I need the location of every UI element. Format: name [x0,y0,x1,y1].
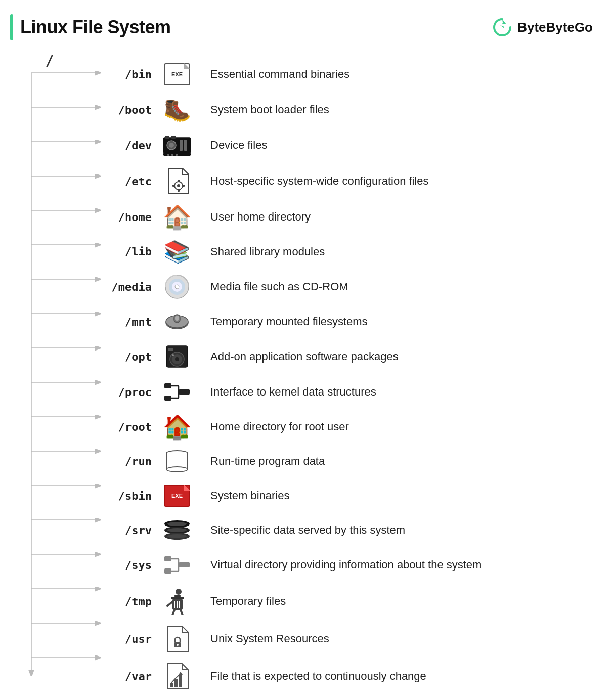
filesystem-rows: /bin EXE Essential command binaries /boo… [101,57,613,695]
file-chart-icon [165,663,189,690]
cylinder-icon [166,450,188,472]
svg-rect-52 [179,389,190,395]
list-item: /sys Virtual directory providing informa… [101,547,593,583]
svg-rect-24 [180,140,183,151]
page-title: Linux File System [20,17,171,38]
path-sys: /sys [101,559,152,572]
exe-icon: EXE [164,63,190,85]
icon-run [157,450,197,472]
svg-rect-21 [171,136,176,139]
path-dev: /dev [101,139,152,152]
list-item: /opt Add-on application software package… [101,339,593,374]
desc-dev: Device files [210,139,593,152]
svg-point-63 [176,589,182,595]
icon-sbin: EXE [157,485,197,507]
desc-tmp: Temporary files [210,595,593,608]
desc-mnt: Temporary mounted filesystems [210,315,593,328]
icon-bin: EXE [157,63,197,85]
svg-point-49 [172,354,174,356]
icon-proc [157,379,197,405]
svg-point-39 [175,285,179,289]
list-item: /run Run-time program data [101,444,593,478]
tree-dark-icon [163,379,191,405]
svg-rect-58 [164,568,171,574]
svg-rect-34 [172,185,175,187]
list-item: /dev Device files [101,128,593,162]
svg-rect-45 [168,348,173,351]
icon-var [157,663,197,690]
svg-rect-77 [179,675,182,687]
list-item: /tmp [101,583,593,620]
desc-boot: System boot loader files [210,103,593,116]
icon-root: 🏠 [157,415,197,439]
path-run: /run [101,455,152,468]
icon-etc [157,167,197,195]
svg-point-48 [175,357,179,361]
list-item: /sbin EXE System binaries [101,478,593,513]
desc-sbin: System binaries [210,489,593,502]
icon-lib: 📚 [157,239,197,264]
title-area: Linux File System [10,14,171,40]
main-content: / /bin EXE Essential command binaries /b… [0,51,613,700]
icon-usr [157,625,197,652]
svg-rect-75 [170,683,173,687]
path-var: /var [101,670,152,683]
svg-rect-50 [164,383,171,388]
svg-line-70 [172,610,174,615]
cdrom-icon [164,274,190,299]
books-icon: 📚 [164,239,190,264]
brand-logo-icon [492,17,512,37]
path-tmp: /tmp [101,595,152,608]
list-item: /root 🏠 Home directory for root user [101,410,593,444]
path-usr: /usr [101,633,152,645]
desc-srv: Site-specific data served by this system [210,523,593,537]
svg-rect-51 [164,396,171,401]
icon-dev [157,134,197,157]
svg-rect-43 [175,316,179,321]
icon-sys [157,552,197,578]
file-lock-icon [165,625,189,652]
svg-rect-76 [174,679,178,687]
icon-opt [157,344,197,369]
icon-boot: 🥾 [157,97,197,123]
home-red-icon: 🏠 [163,415,192,439]
svg-rect-33 [178,189,180,192]
desc-root: Home directory for root user [210,420,593,433]
path-bin: /bin [101,68,152,81]
path-media: /media [101,281,152,293]
svg-rect-29 [176,154,178,156]
desc-usr: Unix System Resources [210,632,593,645]
desc-proc: Interface to kernel data structures [210,385,593,399]
icon-tmp [157,588,197,615]
path-proc: /proc [101,386,152,399]
svg-point-23 [169,143,174,148]
path-boot: /boot [101,104,152,116]
svg-rect-28 [171,154,173,156]
path-srv: /srv [101,524,152,537]
svg-rect-32 [178,180,180,182]
path-home: /home [101,211,152,224]
icon-home: 🏠 [157,205,197,229]
icon-mnt [157,313,197,331]
desc-media: Media file such as CD-ROM [210,280,593,293]
desc-var: File that is expected to continuously ch… [210,670,593,683]
desc-etc: Host-specific system-wide configuration … [210,174,593,188]
brand: ByteByteGo [492,17,593,37]
tree-gray-icon [163,552,191,578]
svg-line-72 [167,602,172,606]
svg-rect-59 [179,562,190,567]
home-icon: 🏠 [163,205,192,229]
list-item: /srv Site-specific data served by this s… [101,513,593,547]
desc-home: User home directory [210,210,593,224]
root-label: / [34,53,65,69]
header: Linux File System ByteByteGo [0,0,613,51]
list-item: /media Media file such as CD-ROM [101,269,593,304]
desc-opt: Add-on application software packages [210,350,593,363]
icon-media [157,274,197,299]
brand-name: ByteByteGo [517,20,593,35]
icon-srv [157,520,197,540]
disks-icon [164,520,190,540]
boot-icon: 🥾 [163,97,191,123]
list-item: /lib 📚 Shared library modules [101,234,593,269]
svg-rect-25 [184,140,187,151]
